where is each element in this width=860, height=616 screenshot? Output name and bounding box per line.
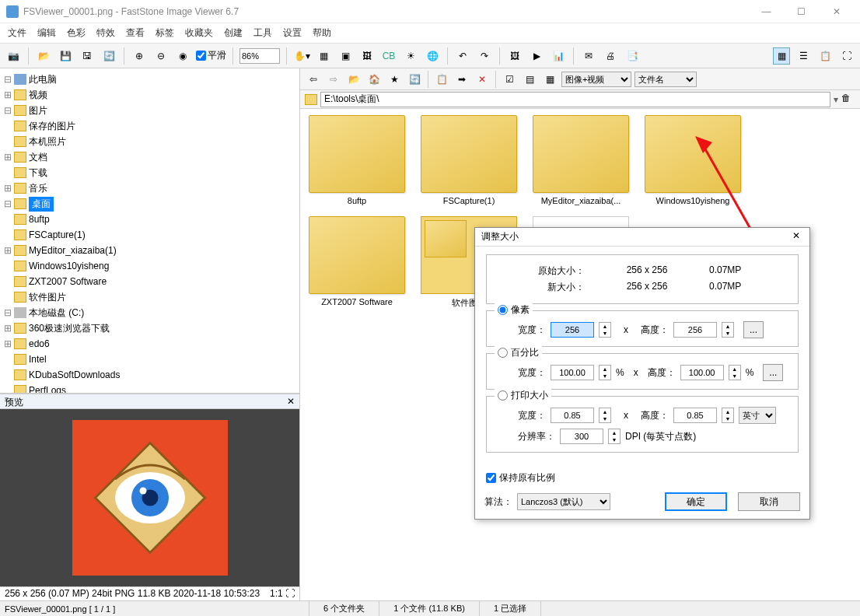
menu-tools[interactable]: 工具 xyxy=(249,24,277,42)
viewmode2-icon[interactable]: ▦ xyxy=(541,71,558,88)
fullscreen-icon[interactable]: ⛶ xyxy=(838,47,855,65)
clone-icon[interactable]: CB xyxy=(380,47,397,65)
tree-item[interactable]: 下载 xyxy=(0,165,299,180)
minimize-button[interactable]: — xyxy=(749,0,784,23)
tree-item[interactable]: ⊟此电脑 xyxy=(0,72,299,87)
color-icon[interactable]: 🌐 xyxy=(424,47,441,65)
menu-file[interactable]: 文件 xyxy=(3,24,31,42)
acquire-icon[interactable]: 📷 xyxy=(5,47,22,65)
menu-settings[interactable]: 设置 xyxy=(278,24,306,42)
zoom-input[interactable] xyxy=(239,48,280,64)
spinner-icon[interactable]: ▲▼ xyxy=(599,322,611,338)
print-icon[interactable]: 🖨 xyxy=(602,47,619,65)
saveas-icon[interactable]: 🖫 xyxy=(79,47,96,65)
folder-tree[interactable]: ⊟此电脑⊞视频⊟图片保存的图片本机照片⊞文档下载⊞音乐⊟桌面8uftpFSCap… xyxy=(0,68,299,394)
spinner-icon[interactable]: ▲▼ xyxy=(729,365,741,380)
spinner-icon[interactable]: ▲▼ xyxy=(599,408,611,423)
move-icon[interactable]: ➡ xyxy=(453,71,470,88)
filter-select[interactable]: 图像+视频 xyxy=(561,72,631,87)
view-thumb-icon[interactable]: ▦ xyxy=(773,47,790,65)
maximize-button[interactable]: ☐ xyxy=(784,0,819,23)
ok-button[interactable]: 确定 xyxy=(665,492,727,511)
tree-item[interactable]: ⊞edo6 xyxy=(0,336,299,352)
delete-icon[interactable]: ✕ xyxy=(474,71,491,88)
tree-item[interactable]: ⊞音乐 xyxy=(0,180,299,196)
view-list-icon[interactable]: ☰ xyxy=(795,47,812,65)
batch-icon[interactable]: 📑 xyxy=(624,47,641,65)
wallpaper-icon[interactable]: 🖼 xyxy=(506,47,523,65)
tree-item[interactable]: ⊞MyEditor_xiazaiba(1) xyxy=(0,243,299,258)
tree-item[interactable]: KDubaSoftDownloads xyxy=(0,367,299,383)
tree-item[interactable]: PerfLogs xyxy=(0,383,299,394)
thumbnail[interactable]: ZXT2007 Software xyxy=(306,216,407,320)
fav-icon[interactable]: ★ xyxy=(386,71,403,88)
slideshow-icon[interactable]: ▶ xyxy=(528,47,545,65)
save-icon[interactable]: 💾 xyxy=(57,47,74,65)
open-icon[interactable]: 📂 xyxy=(35,47,52,65)
tree-item[interactable]: ⊞360极速浏览器下载 xyxy=(0,320,299,336)
undo-icon[interactable]: ↶ xyxy=(454,47,471,65)
email-icon[interactable]: ✉ xyxy=(580,47,597,65)
menu-help[interactable]: 帮助 xyxy=(308,24,336,42)
zoomin-icon[interactable]: ⊕ xyxy=(131,47,148,65)
tree-item[interactable]: 本机照片 xyxy=(0,134,299,149)
menu-favorites[interactable]: 收藏夹 xyxy=(180,24,218,42)
smooth-checkbox[interactable]: 平滑 xyxy=(196,49,226,62)
pixel-width-input[interactable] xyxy=(551,322,594,338)
algorithm-select[interactable]: Lanczos3 (默认) xyxy=(517,493,610,510)
resize-icon[interactable]: ▣ xyxy=(337,47,354,65)
menu-color[interactable]: 色彩 xyxy=(62,24,90,42)
menu-view[interactable]: 查看 xyxy=(121,24,149,42)
preset-button[interactable]: ... xyxy=(743,321,764,338)
back-icon[interactable]: ⇦ xyxy=(305,71,322,88)
pixel-height-input[interactable] xyxy=(673,322,717,338)
tree-item[interactable]: ⊞视频 xyxy=(0,87,299,103)
tree-item[interactable]: ⊟图片 xyxy=(0,103,299,118)
menu-edit[interactable]: 编辑 xyxy=(33,24,61,42)
preview-close-icon[interactable]: ✕ xyxy=(287,396,295,407)
tree-item[interactable]: Intel xyxy=(0,352,299,367)
tree-item[interactable]: Windows10yisheng xyxy=(0,258,299,274)
trash-icon[interactable]: 🗑 xyxy=(841,93,855,107)
tree-item[interactable]: ZXT2007 Software xyxy=(0,274,299,289)
thumbnail[interactable]: MyEditor_xiazaiba(... xyxy=(530,115,631,205)
spinner-icon[interactable]: ▲▼ xyxy=(599,365,611,380)
path-input[interactable] xyxy=(320,92,830,107)
reload-icon[interactable]: 🔄 xyxy=(100,47,117,65)
tree-item[interactable]: ⊟桌面 xyxy=(0,196,299,212)
crop-icon[interactable]: ▦ xyxy=(315,47,332,65)
close-button[interactable]: ✕ xyxy=(819,0,854,23)
spinner-icon[interactable]: ▲▼ xyxy=(608,429,621,444)
tree-item[interactable]: 8uftp xyxy=(0,212,299,227)
sort-select[interactable]: 文件名 xyxy=(635,72,697,87)
thumbnail[interactable]: Windows10yisheng xyxy=(642,115,743,205)
hand-icon[interactable]: ✋▾ xyxy=(293,47,310,65)
radio-print[interactable] xyxy=(498,390,508,401)
refresh-icon[interactable]: 🔄 xyxy=(406,71,423,88)
unit-select[interactable]: 英寸 xyxy=(739,407,776,424)
preset-button[interactable]: ... xyxy=(763,364,783,381)
menu-effects[interactable]: 特效 xyxy=(92,24,120,42)
viewmode1-icon[interactable]: ▤ xyxy=(521,71,538,88)
tree-item[interactable]: ⊟本地磁盘 (C:) xyxy=(0,305,299,320)
tree-item[interactable]: ⊞文档 xyxy=(0,149,299,165)
radio-pixel[interactable] xyxy=(498,305,508,315)
fit-icon[interactable]: ◉ xyxy=(174,47,191,65)
tree-item[interactable]: 软件图片 xyxy=(0,289,299,305)
thumbnail[interactable]: 8uftp xyxy=(306,115,407,205)
tree-item[interactable]: 保存的图片 xyxy=(0,118,299,134)
cancel-button[interactable]: 取消 xyxy=(738,492,800,511)
menu-create[interactable]: 创建 xyxy=(219,24,247,42)
compare-icon[interactable]: 📊 xyxy=(550,47,567,65)
forward-icon[interactable]: ⇨ xyxy=(325,71,342,88)
percent-width-input[interactable] xyxy=(551,365,594,380)
view-detail-icon[interactable]: 📋 xyxy=(816,47,834,65)
dialog-close-icon[interactable]: ✕ xyxy=(789,230,803,244)
up-icon[interactable]: 📂 xyxy=(345,71,362,88)
print-width-input[interactable] xyxy=(551,408,594,423)
redo-icon[interactable]: ↷ xyxy=(476,47,493,65)
spinner-icon[interactable]: ▲▼ xyxy=(722,322,734,338)
copy-icon[interactable]: 📋 xyxy=(433,71,450,88)
spinner-icon[interactable]: ▲▼ xyxy=(722,408,734,423)
home-icon[interactable]: 🏠 xyxy=(365,71,383,88)
